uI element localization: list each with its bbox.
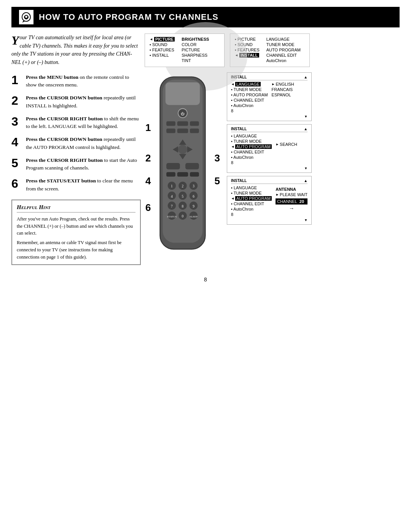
install3-tuner-mode: • TUNER MODE	[231, 191, 272, 195]
install-panel-1: INSTALL ▲ ◄ LANGUAGE • TUNER MODE • AUTO…	[227, 72, 312, 121]
install2-language: • LANGUAGE	[231, 134, 272, 138]
svg-text:1: 1	[171, 184, 173, 188]
install3-autoChron: • AutoChron	[231, 207, 272, 211]
step-5: 5 Press the CURSOR RIGHT button to start…	[11, 157, 141, 172]
menu-item-sound: • SOUND	[150, 42, 175, 47]
svg-text:0: 0	[182, 214, 184, 218]
install1-language-highlighted: LANGUAGE	[235, 82, 261, 86]
install-panel-3: INSTALL ▲ • LANGUAGE • TUNER MODE ◄ AUTO…	[227, 176, 312, 225]
install-panel-1-title: INSTALL ▲	[231, 75, 307, 80]
install3-channel-edit: • CHANNEL EDIT	[231, 201, 272, 206]
install3-auto-program-highlighted: AUTO PROGRAM	[235, 196, 272, 201]
helpful-hint-text-1: After you've run Auto Program, check out…	[17, 216, 135, 237]
step-4-text: Press the CURSOR DOWN button repeatedly …	[26, 136, 141, 151]
install3-down-arrow: ▼	[231, 218, 307, 222]
install1-tuner-mode: • TUNER MODE	[231, 87, 268, 92]
step-2-text: Press the CURSOR DOWN button repeatedly …	[26, 94, 141, 110]
step-5-text: Press the CURSOR RIGHT button to start t…	[26, 157, 141, 172]
remote-step-3-overlay: 3	[215, 152, 220, 164]
menu-right-brightness: BRIGHTNESS	[182, 37, 209, 42]
svg-rect-20	[190, 172, 199, 177]
install1-auto-program: • AUTO PROGRAM	[231, 93, 268, 97]
menu-item-picture-highlighted: PICTURE	[154, 37, 175, 42]
step-4-strong: Press the CURSOR DOWN button	[26, 136, 102, 142]
install2-8: 8	[231, 160, 272, 165]
install3-channel-label: CHANNEL	[277, 199, 297, 204]
svg-rect-19	[177, 172, 188, 177]
intro-paragraph: Y our TV can automatically set itself fo…	[11, 34, 141, 67]
install1-down-arrow: ▼	[231, 115, 307, 118]
svg-text:STATUS: STATUS	[167, 215, 177, 218]
drop-cap: Y	[11, 34, 19, 46]
helpful-hint-title: Helpful Hint	[17, 204, 135, 212]
install-panel-2-title: INSTALL ▲	[231, 127, 307, 132]
page-title: How to Auto Program TV Channels	[39, 12, 218, 22]
step-5-number: 5	[11, 157, 22, 170]
step-2: 2 Press the CURSOR DOWN button repeatedl…	[11, 94, 141, 110]
header-icon	[19, 10, 33, 24]
install1-english: ENGLISH	[276, 82, 294, 86]
left-column: Y our TV can automatically set itself fo…	[11, 34, 141, 265]
svg-text:6: 6	[193, 195, 194, 198]
menu2-tuner-mode: TUNER MODE	[266, 42, 301, 47]
svg-text:9: 9	[193, 204, 194, 208]
step-3: 3 Press the CURSOR RIGHT button to shift…	[11, 115, 141, 131]
svg-rect-18	[166, 172, 175, 177]
install3-channel-num: 20	[299, 199, 304, 204]
install3-antenna: ANTENNA	[276, 187, 307, 192]
install-panel-1-left: ◄ LANGUAGE • TUNER MODE • AUTO PROGRAM •…	[231, 82, 268, 114]
svg-text:5: 5	[182, 195, 184, 198]
remote-step-1-overlay: 1	[145, 122, 151, 134]
install1-8: 8	[231, 109, 268, 113]
step-1-text: Press the MENU button on the remote cont…	[26, 73, 141, 89]
step-6-text: Press the STATUS/EXIT button to clear th…	[26, 177, 141, 193]
step-4: 4 Press the CURSOR DOWN button repeatedl…	[11, 136, 141, 151]
install3-please-wait: PLEASE WAIT	[280, 192, 307, 197]
step-6-strong: Press the STATUS/EXIT button	[26, 178, 96, 184]
install2-autoChron: • AutoChron	[231, 155, 272, 160]
svg-rect-9	[177, 129, 188, 133]
install-panel-3-left: • LANGUAGE • TUNER MODE ◄ AUTO PROGRAM •…	[231, 185, 272, 217]
menu-item-features: • FEATURES	[150, 48, 175, 52]
remote-control-image: ⏻	[145, 72, 221, 264]
menu2-channel-edit: CHANNEL EDIT	[266, 53, 301, 58]
step-6: 6 Press the STATUS/EXIT button to clear …	[11, 177, 141, 193]
helpful-hint-text-2: Remember, an antenna or cable TV signal …	[17, 239, 135, 260]
install-panel-2-left: • LANGUAGE • TUNER MODE ◄ AUTO PROGRAM •…	[231, 134, 272, 166]
install-panel-3-title: INSTALL ▲	[231, 179, 307, 184]
remote-step-5-overlay: 5	[215, 175, 220, 187]
install-panel-2-right: ► SEARCH	[276, 134, 297, 166]
svg-rect-16	[166, 163, 180, 169]
svg-text:2: 2	[182, 184, 184, 188]
step-6-number: 6	[11, 177, 22, 190]
install-panel-1-right: ► ENGLISH FRANCAIS ESPANOL	[272, 82, 294, 114]
install2-auto-program-highlighted: AUTO PROGRAM	[235, 144, 272, 149]
step-4-number: 4	[11, 136, 22, 149]
remote-step-4-overlay: 4	[145, 175, 151, 187]
step-2-number: 2	[11, 94, 22, 107]
menu-col-right-1: BRIGHTNESS COLOR PICTURE SHARPNESS TINT	[182, 37, 209, 64]
svg-text:8: 8	[182, 204, 184, 208]
svg-text:3: 3	[193, 184, 194, 188]
step-3-text: Press the CURSOR RIGHT button to shift t…	[26, 115, 141, 131]
step-1-strong: Press the MENU button	[26, 74, 78, 80]
install2-down-arrow: ▼	[231, 166, 307, 170]
menu2-auto-program: AUTO PROGRAM	[266, 48, 301, 52]
svg-rect-2	[166, 82, 200, 105]
menu-col-right-2: LANGUAGE TUNER MODE AUTO PROGRAM CHANNEL…	[266, 37, 301, 64]
remote-step-6-overlay: 6	[145, 202, 151, 214]
intro-text: our TV can automatically set itself for …	[11, 35, 138, 65]
menu-right-tint: TINT	[182, 58, 209, 63]
svg-rect-10	[190, 129, 199, 133]
page-number: 8	[0, 276, 411, 283]
install1-espanol: ESPANOL	[272, 93, 294, 97]
install1-autoChron: • AutoChron	[231, 103, 268, 108]
step-3-strong: Press the CURSOR RIGHT button	[26, 116, 103, 121]
svg-point-15	[178, 145, 187, 154]
install1-channel-edit: • CHANNEL EDIT	[231, 98, 268, 102]
right-panels: INSTALL ▲ ◄ LANGUAGE • TUNER MODE • AUTO…	[227, 72, 312, 225]
install3-progress-arrow: →	[276, 205, 307, 211]
install2-search: SEARCH	[280, 142, 297, 147]
install-panel-2: INSTALL ▲ • LANGUAGE • TUNER MODE ◄ AUTO…	[227, 124, 312, 173]
step-5-strong: Press the CURSOR RIGHT button	[26, 157, 103, 163]
